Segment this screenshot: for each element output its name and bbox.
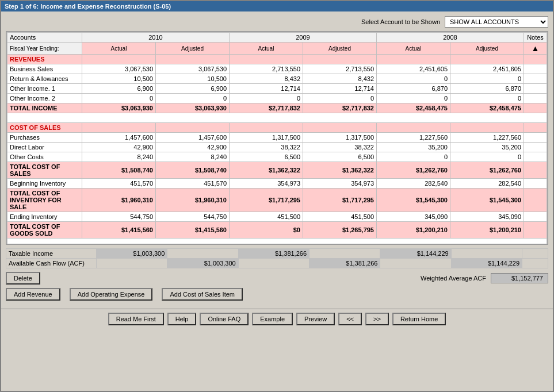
table-row: Other Costs 8,240 8,240 6,500 6,500 0 0 (7, 152, 547, 162)
total-cost-inventory-row: TOTAL COST OF INVENTORY FOR SALE $1,960,… (7, 189, 547, 212)
main-window: Step 1 of 6: Income and Expense Reconstr… (0, 0, 554, 392)
account-dropdown[interactable]: SHOW ALL ACCOUNTS (445, 16, 548, 28)
scroll-up-icon[interactable]: ▲ (532, 44, 540, 53)
y2008-actual-header: Actual (377, 43, 450, 55)
faq-button[interactable]: Online FAQ (200, 313, 249, 325)
spacer-row-2 (7, 239, 547, 245)
beginning-inventory-row: Beginning Inventory 451,570 451,570 354,… (7, 179, 547, 189)
table-row: Return & Allowances 10,500 10,500 8,432 … (7, 74, 547, 84)
weighted-acf-value: $1,152,777 (491, 273, 548, 283)
year-2008-header: 2008 (377, 33, 524, 43)
table-row: Purchases 1,457,600 1,457,600 1,317,500 … (7, 133, 547, 143)
financial-summary: Taxable Income $1,003,300 $1,381,266 $1,… (6, 248, 548, 268)
example-button[interactable]: Example (252, 313, 293, 325)
y2009-actual-header: Actual (230, 43, 303, 55)
table-scroll-area[interactable]: Accounts 2010 2009 2008 Notes Fiscal Yea… (6, 32, 548, 244)
taxable-income-row: Taxable Income $1,003,300 $1,381,266 $1,… (6, 249, 548, 259)
table-row: Direct Labor 42,900 42,900 38,322 38,322… (7, 143, 547, 152)
select-account-label: Select Account to be Shown (361, 18, 440, 25)
window-title: Step 1 of 6: Income and Expense Reconstr… (5, 3, 171, 10)
weighted-acf-section: Weighted Average ACF $1,152,777 (421, 273, 548, 283)
table-row: Business Sales 3,067,530 3,067,530 2,713… (7, 64, 547, 74)
return-home-button[interactable]: Return Home (392, 313, 446, 325)
income-expense-table: Accounts 2010 2009 2008 Notes Fiscal Yea… (7, 32, 547, 244)
add-cost-button[interactable]: Add Cost of Sales Item (162, 288, 243, 301)
account-select-row: Select Account to be Shown SHOW ALL ACCO… (6, 16, 548, 28)
fiscal-year-label: Fiscal Year Ending: (7, 43, 82, 55)
total-income-row: TOTAL INCOME $3,063,930 $3,063,930 $2,71… (7, 103, 547, 113)
notes-header: Notes (524, 33, 547, 43)
title-bar: Step 1 of 6: Income and Expense Reconstr… (1, 1, 553, 11)
read-me-button[interactable]: Read Me First (108, 313, 164, 325)
accounts-header: Accounts (7, 33, 82, 43)
total-cost-goods-row: TOTAL COST OF GOODS SOLD $1,415,560 $1,4… (7, 222, 547, 239)
acf-row: Available Cash Flow (ACF) $1,003,300 $1,… (6, 259, 548, 268)
delete-button[interactable]: Delete (6, 272, 40, 285)
y2008-adjusted-header: Adjusted (450, 43, 524, 55)
next-button[interactable]: >> (365, 313, 389, 325)
total-cost-sales-row: TOTAL COST OF SALES $1,508,740 $1,508,74… (7, 162, 547, 179)
y2009-adjusted-header: Adjusted (303, 43, 377, 55)
main-table-wrapper: Accounts 2010 2009 2008 Notes Fiscal Yea… (6, 31, 548, 245)
footer: Read Me First Help Online FAQ Example Pr… (1, 309, 553, 329)
ending-inventory-row: Ending Inventory 544,750 544,750 451,500… (7, 212, 547, 222)
add-revenue-button[interactable]: Add Revenue (6, 288, 60, 301)
year-2010-header: 2010 (82, 33, 230, 43)
notes-col-header: ▲ (524, 43, 547, 55)
table-row: Other Income. 1 6,900 6,900 12,714 12,71… (7, 84, 547, 94)
y2010-adjusted-header: Adjusted (156, 43, 230, 55)
year-2009-header: 2009 (230, 33, 377, 43)
spacer-row (7, 113, 547, 123)
help-button[interactable]: Help (167, 313, 197, 325)
prev-button[interactable]: << (338, 313, 362, 325)
summary-table: Taxable Income $1,003,300 $1,381,266 $1,… (6, 248, 548, 268)
preview-button[interactable]: Preview (296, 313, 335, 325)
y2010-actual-header: Actual (82, 43, 156, 55)
add-operating-button[interactable]: Add Operating Expense (70, 288, 153, 301)
cost-of-sales-section-header: COST OF SALES (7, 123, 547, 133)
weighted-acf-label: Weighted Average ACF (421, 275, 486, 282)
revenues-section-header: REVENUES (7, 55, 547, 64)
table-row: Other Income. 2 0 0 0 0 0 0 (7, 94, 547, 103)
